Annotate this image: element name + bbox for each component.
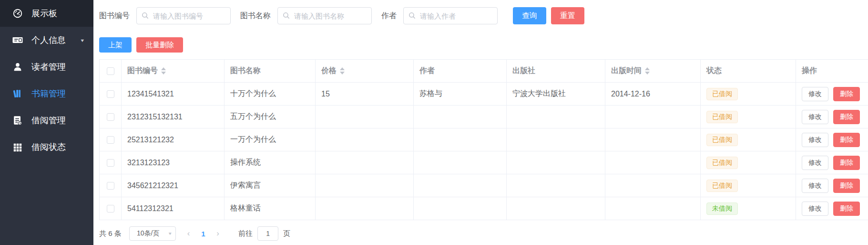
cell-author (414, 197, 507, 220)
cell-pub-date (605, 128, 701, 151)
cell-publisher (507, 197, 605, 220)
cell-price (316, 174, 414, 197)
reset-button[interactable]: 重置 (551, 7, 584, 24)
sidebar-item-label: 个人信息 (31, 34, 66, 46)
page-number[interactable]: 1 (196, 230, 210, 238)
table-row: 54112312321 格林童话 未借阅 修改 删除 (100, 197, 868, 220)
cell-publisher (507, 151, 605, 174)
row-checkbox[interactable] (107, 90, 114, 98)
cell-publisher: 宁波大学出版社 (507, 83, 605, 106)
goto-page-input[interactable] (257, 226, 278, 241)
row-checkbox[interactable] (107, 182, 114, 190)
cell-book-id: 12341541321 (122, 83, 225, 106)
edit-button[interactable]: 修改 (802, 156, 828, 170)
reader-icon (12, 62, 23, 72)
col-header-price[interactable]: 价格 (316, 60, 414, 83)
shelve-button[interactable]: 上架 (99, 37, 132, 53)
table-row: 2312315132131 五万个为什么 已借阅 修改 删除 (100, 106, 868, 128)
col-header-author: 作者 (414, 60, 507, 83)
cell-book-name: 十万个为什么 (225, 83, 316, 106)
table-row: 12341541321 十万个为什么 15 苏格与 宁波大学出版社 2014-1… (100, 83, 868, 106)
cell-pub-date (605, 151, 701, 174)
cell-author (414, 151, 507, 174)
delete-button[interactable]: 删除 (833, 156, 860, 170)
search-icon (141, 11, 149, 20)
prev-page-button[interactable]: ‹ (184, 229, 193, 238)
query-button[interactable]: 查询 (513, 7, 546, 24)
cell-book-name: 一万个为什么 (225, 128, 316, 151)
delete-button[interactable]: 删除 (833, 133, 860, 147)
status-badge: 未借阅 (706, 202, 738, 215)
delete-button[interactable]: 删除 (833, 87, 860, 101)
col-header-status: 状态 (701, 60, 796, 83)
sidebar-item-borrow-status[interactable]: 借阅状态 (0, 134, 93, 160)
sidebar-item-profile[interactable]: 个人信息 ▾ (0, 27, 93, 53)
cell-pub-date (605, 174, 701, 197)
edit-button[interactable]: 修改 (802, 133, 828, 147)
cell-pub-date (605, 106, 701, 128)
edit-button[interactable]: 修改 (802, 87, 828, 101)
cell-price (316, 128, 414, 151)
row-checkbox[interactable] (107, 205, 114, 213)
sidebar-item-label: 书籍管理 (31, 88, 66, 99)
page-size-select[interactable]: 10条/页 ▾ (129, 226, 176, 241)
cell-pub-date: 2014-12-16 (605, 83, 701, 106)
cell-author (414, 106, 507, 128)
book-id-label: 图书编号 (99, 11, 130, 21)
cell-pub-date (605, 197, 701, 220)
cell-publisher (507, 174, 605, 197)
batch-delete-button[interactable]: 批量删除 (136, 37, 183, 53)
col-header-pub-date[interactable]: 出版时间 (605, 60, 701, 83)
edit-button[interactable]: 修改 (802, 179, 828, 193)
edit-button[interactable]: 修改 (802, 110, 828, 124)
status-badge: 已借阅 (706, 134, 738, 146)
cell-price (316, 197, 414, 220)
row-checkbox[interactable] (107, 136, 114, 144)
edit-button[interactable]: 修改 (802, 202, 828, 216)
col-header-actions: 操作 (796, 60, 868, 83)
status-badge: 已借阅 (706, 180, 738, 192)
cell-book-name: 操作系统 (225, 151, 316, 174)
col-header-book-id[interactable]: 图书编号 (122, 60, 225, 83)
sort-icon[interactable] (161, 67, 166, 75)
status-badge: 已借阅 (706, 88, 738, 100)
cell-author: 苏格与 (414, 83, 507, 106)
status-badge: 已借阅 (706, 111, 738, 123)
sort-icon[interactable] (340, 67, 345, 75)
cell-price (316, 151, 414, 174)
author-input[interactable] (403, 7, 498, 24)
delete-button[interactable]: 删除 (833, 110, 860, 124)
search-form: 图书编号 图书名称 作者 (99, 7, 868, 24)
cell-price: 15 (316, 83, 414, 106)
page-unit-label: 页 (283, 229, 290, 238)
col-header-publisher: 出版社 (507, 60, 605, 83)
book-name-input[interactable] (277, 7, 372, 24)
app-window: 展示板 个人信息 ▾ 读者管理 (0, 0, 868, 245)
select-all-checkbox[interactable] (107, 67, 114, 75)
cell-book-id: 2312315132131 (122, 106, 225, 128)
sidebar-item-readers[interactable]: 读者管理 (0, 53, 93, 80)
cell-book-name: 五万个为什么 (225, 106, 316, 128)
search-icon (408, 11, 416, 20)
sidebar-item-borrow-manage[interactable]: 借阅管理 (0, 107, 93, 134)
row-checkbox[interactable] (107, 113, 114, 121)
sidebar: 展示板 个人信息 ▾ 读者管理 (0, 0, 93, 245)
cell-book-id: 3213123123 (122, 151, 225, 174)
delete-button[interactable]: 删除 (833, 202, 860, 216)
book-name-label: 图书名称 (240, 11, 271, 21)
sort-icon[interactable] (645, 67, 650, 75)
cell-publisher (507, 128, 605, 151)
pagination: 共 6 条 10条/页 ▾ ‹ 1 › 前往 页 (99, 226, 868, 241)
sidebar-item-books[interactable]: 书籍管理 (0, 80, 93, 107)
sidebar-item-label: 展示板 (31, 8, 57, 19)
next-page-button[interactable]: › (214, 229, 222, 238)
delete-button[interactable]: 删除 (833, 179, 860, 193)
row-checkbox[interactable] (107, 159, 114, 167)
table-row: 345621212321 伊索寓言 已借阅 修改 删除 (100, 174, 868, 197)
chevron-down-icon: ▾ (81, 37, 84, 43)
table-header-row: 图书编号 图书名称 价格 作者 出版社 出版时间 (100, 60, 868, 83)
books-icon (12, 88, 23, 99)
book-id-input[interactable] (136, 7, 231, 24)
cell-book-name: 伊索寓言 (225, 174, 316, 197)
sidebar-item-dashboard[interactable]: 展示板 (0, 0, 93, 27)
